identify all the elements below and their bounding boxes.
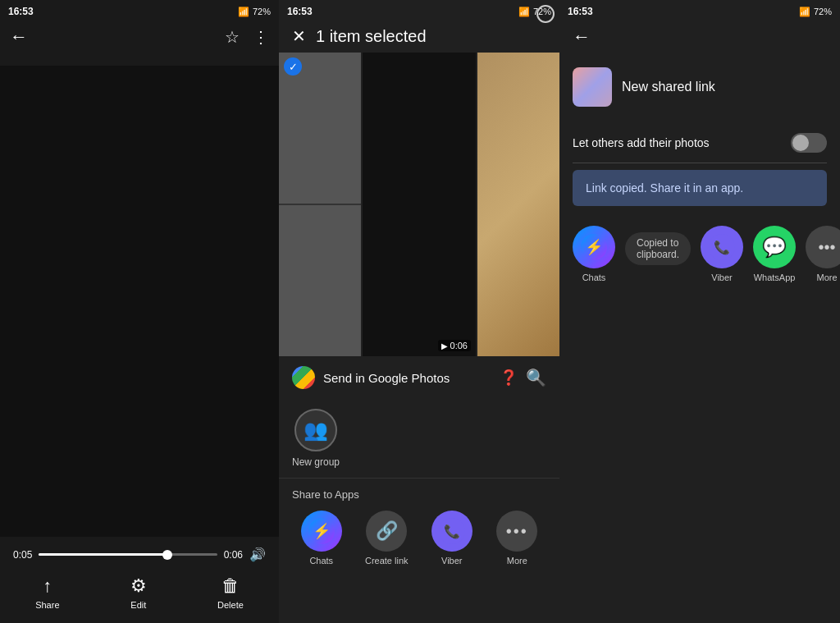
video-action-buttons: ↑ Share ⚙ Edit 🗑 Delete <box>0 569 279 610</box>
back-button-3[interactable] <box>573 26 591 48</box>
thumbnail-top-left[interactable]: ✓ <box>279 53 361 204</box>
time-2: 16:53 <box>287 6 313 17</box>
viber-label: Viber <box>441 556 462 566</box>
app-chats[interactable]: ⚡ Chats <box>292 511 351 566</box>
people-icon: 👥 <box>304 419 328 442</box>
wifi-icon: 📶 <box>238 7 249 17</box>
share-action[interactable]: ↑ Share <box>35 575 59 610</box>
contacts-row: 👥 New group <box>279 396 559 474</box>
shared-link-panel: 16:53 📶 72% New shared link Let others a… <box>559 0 840 623</box>
panel3-viber-icon-wrap: 📞 <box>701 226 743 268</box>
video-duration-text: 0:06 <box>450 341 468 350</box>
panel3-more-item[interactable]: ••• More <box>806 226 840 282</box>
panel2-title: 1 item selected <box>316 27 427 46</box>
divider-3 <box>573 163 827 163</box>
wifi-icon-3: 📶 <box>799 7 810 17</box>
star-button[interactable] <box>225 27 240 47</box>
panel3-clipboard-item[interactable]: Copied to clipboard. <box>625 226 691 265</box>
link-icon-wrap: 🔗 <box>366 511 407 552</box>
panel3-more-icon: ••• <box>819 238 836 257</box>
shared-link-section: New shared link <box>559 54 840 120</box>
share-to-apps-heading: Share to Apps <box>279 482 559 504</box>
status-bar-1: 16:53 📶 72% <box>0 0 279 20</box>
time-1: 16:53 <box>8 6 34 17</box>
new-group-item[interactable]: 👥 New group <box>292 409 340 468</box>
panel3-viber-glyph: 📞 <box>714 240 730 255</box>
messenger-glyph: ⚡ <box>313 522 331 540</box>
divider-1 <box>279 478 559 479</box>
app-create-link[interactable]: 🔗 Create link <box>358 511 417 566</box>
chats-label: Chats <box>309 556 333 566</box>
share-label: Share <box>35 600 59 610</box>
video-player-panel: 16:53 📶 72% 0:05 0:06 ↑ Sha <box>0 0 279 623</box>
panel3-messenger-icon: ⚡ <box>581 234 607 260</box>
send-google-label: Send in Google Photos <box>323 371 491 385</box>
share-options: Send in Google Photos ❓ 🔍 <box>279 356 559 396</box>
selected-check: ✓ <box>284 57 302 76</box>
time-total: 0:06 <box>224 549 243 561</box>
share-apps-row: ⚡ Chats 🔗 Create link 📞 Viber ••• More <box>279 504 559 572</box>
viber-glyph: 📞 <box>444 524 460 539</box>
app-viber[interactable]: 📞 Viber <box>422 511 482 566</box>
viber-icon-wrap: 📞 <box>431 511 472 552</box>
status-bar-2: 16:53 📶 72% <box>279 0 559 20</box>
search-icon[interactable]: 🔍 <box>526 368 546 387</box>
share-apps-row: ⚡ Chats Copied to clipboard. 📞 Viber <box>559 219 840 289</box>
thumbnail-bottom-left[interactable] <box>279 205 361 356</box>
time-current: 0:05 <box>13 549 32 561</box>
share-icon: ↑ <box>43 575 52 597</box>
panel3-more-icon-wrap: ••• <box>806 226 840 268</box>
shared-link-title: New shared link <box>622 80 715 94</box>
app-more[interactable]: ••• More <box>488 511 547 566</box>
chats-icon-wrap: ⚡ <box>301 511 342 552</box>
edit-action[interactable]: ⚙ Edit <box>130 575 147 610</box>
panel3-viber-item[interactable]: 📞 Viber <box>701 226 743 282</box>
battery-1: 72% <box>253 7 271 16</box>
shared-link-row: New shared link <box>573 67 827 107</box>
panel3-whatsapp-icon: 💬 <box>762 236 787 259</box>
back-button[interactable] <box>10 26 28 48</box>
thumbnail-right[interactable] <box>477 53 559 356</box>
send-google-row[interactable]: Send in Google Photos ❓ 🔍 <box>292 366 546 389</box>
share-apps-section: ⚡ Chats Copied to clipboard. 📞 Viber <box>559 213 840 295</box>
time-3: 16:53 <box>568 6 593 17</box>
video-progress-bar[interactable]: 0:05 0:06 <box>0 547 279 562</box>
volume-icon[interactable] <box>249 547 266 562</box>
link-copied-banner: Link copied. Share it in an app. <box>573 170 827 206</box>
edit-label: Edit <box>130 600 146 610</box>
new-group-avatar: 👥 <box>294 409 337 451</box>
status-icons-3: 📶 72% <box>799 7 832 17</box>
link-icon: 🔗 <box>376 520 398 542</box>
battery-3: 72% <box>814 7 832 16</box>
video-controls: 0:05 0:06 ↑ Share ⚙ Edit 🗑 Delete <box>0 537 279 623</box>
wifi-icon-2: 📶 <box>518 7 530 17</box>
new-group-label: New group <box>292 456 340 468</box>
panel3-whatsapp-label: WhatsApp <box>754 273 796 282</box>
media-grid: ✓ ▶ 0:06 <box>279 53 559 356</box>
panel3-viber-label: Viber <box>711 273 732 282</box>
help-icon[interactable]: ❓ <box>500 369 518 387</box>
let-others-toggle[interactable] <box>791 133 827 153</box>
panel3-more-label: More <box>817 273 838 282</box>
progress-fill <box>39 553 167 556</box>
panel3-whatsapp-item[interactable]: 💬 WhatsApp <box>753 226 796 282</box>
media-thumbnails-left: ✓ <box>279 53 361 356</box>
clipboard-text: Copied to clipboard. <box>637 237 679 260</box>
more-icon-wrap: ••• <box>496 511 537 552</box>
progress-dot <box>162 550 172 560</box>
delete-label: Delete <box>217 600 244 610</box>
messenger-icon: ⚡ <box>308 518 335 544</box>
video-duration-badge: ▶ 0:06 <box>438 340 471 351</box>
viber-icon: 📞 <box>439 518 465 544</box>
close-button[interactable] <box>292 26 306 46</box>
delete-action[interactable]: 🗑 Delete <box>217 575 244 610</box>
play-icon: ▶ <box>441 341 448 350</box>
panel3-whatsapp-icon-wrap: 💬 <box>753 226 796 268</box>
media-center-video[interactable]: ▶ 0:06 <box>363 53 476 356</box>
menu-button[interactable] <box>253 27 269 47</box>
panel2-header: 1 item selected <box>279 20 559 53</box>
seek-bar[interactable] <box>39 553 217 556</box>
status-bar-3: 16:53 📶 72% <box>559 0 840 20</box>
panel3-app-chats[interactable]: ⚡ Chats <box>573 226 615 282</box>
panel3-chats-label: Chats <box>582 273 606 282</box>
